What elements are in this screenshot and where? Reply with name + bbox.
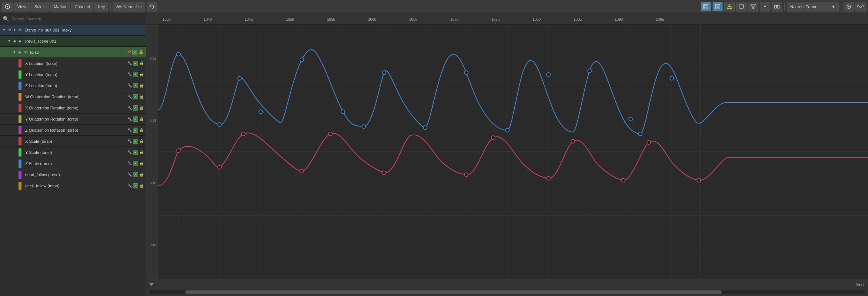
scrollbar-thumb[interactable] [185,290,722,294]
channel-neck-follow[interactable]: neck_follow (torso) 🔧 ✓ 🔒 [0,180,146,191]
cursor-icon-btn[interactable] [701,2,711,11]
separator-1 [110,3,111,10]
svg-marker-20 [751,5,755,9]
wrench-wquat[interactable]: 🔧 [127,95,132,99]
channel-previs[interactable]: ▼ ◆ ◆ previs_scene.001 [0,36,146,47]
keyframe-red-11 [621,178,625,182]
y-label-005: -0.05 [146,119,158,122]
filter-down-icon-btn[interactable] [760,2,770,11]
check-yscale[interactable]: ✓ [133,150,138,155]
check-yquat[interactable]: ✓ [133,116,138,122]
display-icon-btn[interactable] [736,2,747,11]
wrench-xscale[interactable]: 🔧 [127,139,132,143]
color-bar-head-follow [19,171,21,179]
warning-icon-btn[interactable] [724,2,735,11]
bottom-bar: End [146,279,868,289]
lock-zscale[interactable]: 🔒 [139,161,144,165]
wrench-xloc[interactable]: 🔧 [127,61,132,65]
wrench-yquat[interactable]: 🔧 [127,117,132,121]
menu-channel[interactable]: Channel [71,2,93,11]
channel-x-scale[interactable]: X Scale (torso) 🔧 ✓ 🔒 [0,136,146,147]
lock-neckfollow[interactable]: 🔒 [139,184,144,188]
wrench-yloc[interactable]: 🔧 [127,72,132,76]
color-bar-z-scale [19,159,21,168]
wrench-zloc[interactable]: 🔧 [127,83,132,88]
keyframe-blue-13 [588,69,591,73]
wrench-neckfollow[interactable]: 🔧 [127,184,132,188]
lock-wquat[interactable]: 🔒 [139,95,144,99]
menu-view[interactable]: View [14,2,30,11]
curve-editor[interactable]: 1035 1040 1045 1050 1055 1060 1065 1070 … [146,13,868,296]
wrench-headfollow[interactable]: 🔧 [127,172,132,177]
refresh-icon-btn[interactable] [147,2,157,11]
nearest-frame-dropdown[interactable]: Nearest Frame ▼ [787,2,839,11]
lock-icon-torso[interactable]: 🔒 [138,50,144,55]
channel-x-quat[interactable]: X Quaternion Rotation (torso) 🔧 ✓ 🔒 [0,102,146,114]
y-label-000: 0.00 [146,57,158,60]
wave-icon-btn[interactable] [855,2,866,11]
menu-marker[interactable]: Marker [50,2,70,11]
snap-icon-btn[interactable] [772,2,782,11]
triangle-nav-btn[interactable] [149,283,154,286]
lock-yloc[interactable]: 🔒 [139,72,144,76]
dot2-icon-previs: ◆ [19,39,21,43]
channel-y-quat[interactable]: Y Quaternion Rotation (torso) 🔧 ✓ 🔒 [0,114,146,125]
pin-icon-torso[interactable]: 📌 [127,50,131,54]
check-torso[interactable]: ✓ [132,50,137,55]
check-yloc[interactable]: ✓ [133,72,138,77]
lock-zloc[interactable]: 🔒 [139,83,144,88]
settings-icon-btn[interactable] [844,2,854,11]
normalize-button[interactable]: Normalize [113,2,145,11]
check-headfollow[interactable]: ✓ [133,172,138,177]
select-icon-btn[interactable] [712,2,723,11]
keyframe-red-8 [491,136,495,139]
keyframe-red-13 [697,178,701,182]
check-neckfollow[interactable]: ✓ [133,183,138,188]
check-zquat[interactable]: ✓ [133,128,138,133]
channel-torso[interactable]: ▼ ◆ 👁 torso 📌 ✓ 🔒 [0,47,146,58]
check-zscale[interactable]: ✓ [133,161,138,166]
channel-z-scale[interactable]: Z Scale (torso) 🔧 ✓ 🔒 [0,158,146,169]
darya-name: Darya_no_suit.001_proxy [25,28,144,32]
dot-icon-darya: ● [13,28,16,32]
channel-z-quat[interactable]: Z Quaternion Rotation (torso) 🔧 ✓ 🔒 [0,125,146,136]
wrench-zscale[interactable]: 🔧 [127,161,132,165]
x-location-name: X Location (torso) [25,61,126,66]
wrench-yscale[interactable]: 🔧 [127,150,132,154]
check-xscale[interactable]: ✓ [133,139,138,144]
search-input[interactable] [11,17,143,21]
wrench-xquat[interactable]: 🔧 [127,106,132,110]
svg-rect-22 [777,5,779,8]
check-zloc[interactable]: ✓ [133,83,138,88]
channel-w-quat[interactable]: W Quaternion Rotation (torso) 🔧 ✓ 🔒 [0,91,146,102]
channel-z-location[interactable]: Z Location (torso) 🔧 ✓ 🔒 [0,80,146,91]
yloc-controls: 🔧 ✓ 🔒 [127,72,144,77]
check-xquat[interactable]: ✓ [133,105,138,111]
filter-icon-btn[interactable] [748,2,758,11]
scrollbar-container[interactable] [146,289,868,296]
lock-yquat[interactable]: 🔒 [139,117,144,121]
channel-y-scale[interactable]: Y Scale (torso) 🔧 ✓ 🔒 [0,147,146,158]
channel-x-location[interactable]: X Location (torso) 🔧 ✓ 🔒 [0,58,146,69]
lock-zquat[interactable]: 🔒 [139,128,144,132]
check-xloc[interactable]: ✓ [133,61,138,66]
lock-xloc[interactable]: 🔒 [139,61,144,65]
curve-canvas-container[interactable] [158,24,868,279]
end-label: End [856,282,864,287]
keyframe-red-4 [300,169,304,173]
menu-select[interactable]: Select [31,2,49,11]
lock-xscale[interactable]: 🔒 [139,139,144,143]
color-bar-z-loc [19,82,21,90]
lock-xquat[interactable]: 🔒 [139,106,144,110]
torso-controls: 📌 ✓ 🔒 [127,50,144,55]
lock-headfollow[interactable]: 🔒 [139,172,144,177]
lock-yscale[interactable]: 🔒 [139,150,144,154]
check-wquat[interactable]: ✓ [133,94,138,99]
channel-y-location[interactable]: Y Location (torso) 🔧 ✓ 🔒 [0,69,146,80]
keyframe-blue-8 [382,71,386,75]
wrench-zquat[interactable]: 🔧 [127,128,132,132]
engine-icon-btn[interactable] [2,2,13,11]
channel-head-follow[interactable]: head_follow (torso) 🔧 ✓ 🔒 [0,169,146,180]
channel-darya[interactable]: ▼ ✥ ● 👁 Darya_no_suit.001_proxy [0,24,146,36]
menu-key[interactable]: Key [94,2,108,11]
